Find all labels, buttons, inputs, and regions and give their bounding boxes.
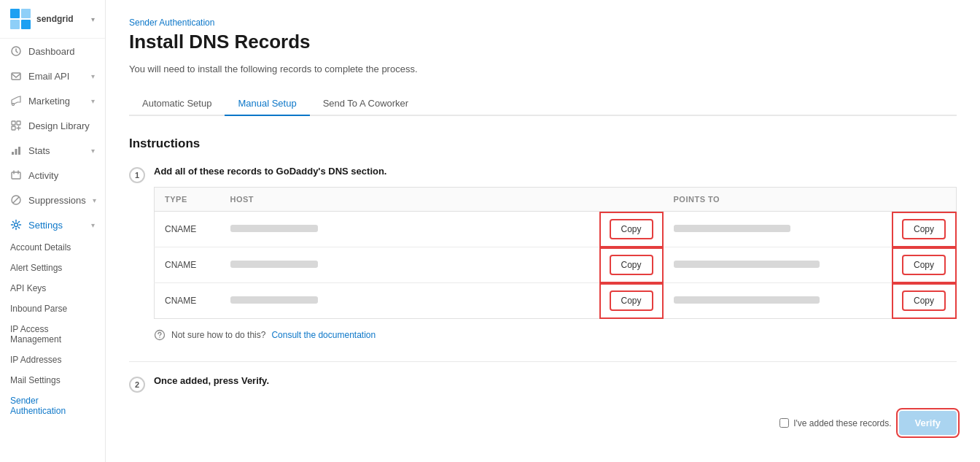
account-details-label: Account Details: [10, 242, 71, 253]
sidebar-item-email-api[interactable]: Email API ▾: [0, 63, 105, 88]
step-2-content: Once added, press Verify.: [154, 375, 957, 396]
svg-point-20: [159, 336, 160, 338]
activity-icon: [10, 169, 22, 181]
sidebar-subitem-inbound-parse[interactable]: Inbound Parse: [0, 299, 105, 319]
inbound-parse-label: Inbound Parse: [10, 304, 67, 314]
mail-settings-label: Mail Settings: [10, 375, 61, 385]
row1-host-value: [230, 225, 318, 232]
sidebar-subitem-mail-settings[interactable]: Mail Settings: [0, 370, 105, 390]
row2-copy-host-cell: Copy: [599, 247, 664, 283]
sidebar-subitem-ip-addresses[interactable]: IP Addresses: [0, 350, 105, 370]
row1-copy-points-cell: Copy: [892, 212, 957, 247]
verify-button[interactable]: Verify: [899, 411, 957, 435]
row2-points: [664, 247, 892, 283]
help-row: Not sure how to do this? Consult the doc…: [154, 319, 957, 344]
th-host: HOST: [220, 188, 599, 212]
design-library-icon: [10, 120, 22, 131]
sidebar-item-dashboard[interactable]: Dashboard: [0, 39, 105, 63]
instructions-title: Instructions: [129, 136, 957, 151]
activity-label: Activity: [28, 170, 58, 181]
marketing-label: Marketing: [28, 96, 70, 107]
alert-settings-label: Alert Settings: [10, 263, 62, 273]
svg-rect-9: [12, 126, 15, 130]
sidebar-subitem-sender-auth[interactable]: Sender Authentication: [0, 390, 105, 421]
sidebar-subitem-account-details[interactable]: Account Details: [0, 237, 105, 258]
step-1-label: Add all of these records to GoDaddy's DN…: [154, 166, 957, 177]
svg-rect-3: [21, 20, 31, 29]
main-content: Sender Authentication Install DNS Record…: [106, 0, 980, 462]
row1-points: [664, 212, 892, 247]
svg-rect-11: [15, 149, 18, 155]
row3-copy-host-button[interactable]: Copy: [610, 290, 653, 311]
sidebar-item-suppressions[interactable]: Suppressions ▾: [0, 188, 105, 212]
sidebar-item-settings[interactable]: Settings ▾: [0, 212, 105, 237]
sidebar-item-activity[interactable]: Activity: [0, 163, 105, 188]
verify-checkbox-text: I've added these records.: [793, 418, 891, 428]
verify-checkbox-label[interactable]: I've added these records.: [779, 418, 891, 428]
stats-label: Stats: [28, 145, 50, 156]
row1-copy-host-cell: Copy: [599, 212, 664, 247]
verify-checkbox[interactable]: [779, 418, 789, 428]
step-2-number: 2: [129, 377, 145, 393]
svg-point-18: [15, 223, 18, 227]
row2-host: [220, 247, 599, 283]
suppressions-icon: [10, 194, 22, 206]
row3-points-value: [674, 296, 820, 304]
sender-auth-label: Sender Authentication: [10, 396, 95, 416]
svg-rect-12: [18, 147, 20, 155]
help-link[interactable]: Consult the documentation: [271, 330, 376, 340]
settings-label: Settings: [28, 220, 63, 231]
design-library-label: Design Library: [28, 120, 90, 131]
logo-text: sendgrid: [36, 14, 74, 24]
logo-icon: [10, 9, 31, 29]
tab-manual-setup[interactable]: Manual Setup: [225, 92, 309, 116]
ip-addresses-label: IP Addresses: [10, 355, 62, 365]
tab-send-coworker[interactable]: Send To A Coworker: [310, 92, 422, 116]
row1-points-value: [674, 225, 790, 232]
step-1-number: 1: [129, 167, 145, 183]
suppressions-label: Suppressions: [28, 195, 86, 206]
step-2: 2 Once added, press Verify.: [129, 375, 957, 396]
marketing-chevron: ▾: [91, 97, 95, 105]
row2-copy-points-button[interactable]: Copy: [902, 255, 946, 275]
row1-copy-points-button[interactable]: Copy: [902, 219, 946, 239]
tab-automatic-setup[interactable]: Automatic Setup: [129, 92, 225, 116]
stats-chevron: ▾: [91, 147, 95, 155]
breadcrumb: Sender Authentication: [129, 18, 957, 28]
th-host-copy-placeholder: [599, 188, 664, 212]
row2-copy-points-cell: Copy: [892, 247, 957, 283]
table-row: CNAME Copy Copy: [155, 283, 957, 319]
row3-type: CNAME: [155, 283, 220, 319]
row2-points-value: [674, 261, 820, 268]
suppressions-chevron: ▾: [93, 196, 96, 204]
sidebar-item-marketing[interactable]: Marketing ▾: [0, 88, 105, 113]
row3-copy-points-cell: Copy: [892, 283, 957, 319]
row3-copy-points-button[interactable]: Copy: [902, 290, 946, 311]
svg-rect-0: [10, 9, 20, 18]
row3-host: [220, 283, 599, 319]
ip-access-management-label: IP Access Management: [10, 324, 95, 344]
sidebar-item-stats[interactable]: Stats ▾: [0, 138, 105, 163]
help-text: Not sure how to do this?: [171, 330, 265, 340]
sidebar-item-design-library[interactable]: Design Library: [0, 113, 105, 138]
svg-rect-7: [12, 121, 15, 125]
sidebar-subitem-api-keys[interactable]: API Keys: [0, 278, 105, 299]
step-1-content: Add all of these records to GoDaddy's DN…: [154, 166, 957, 344]
row2-copy-host-button[interactable]: Copy: [610, 255, 653, 275]
svg-rect-2: [10, 20, 20, 29]
sidebar-logo[interactable]: sendgrid ▾: [0, 0, 105, 39]
sidebar: sendgrid ▾ Dashboard Email API ▾ Marketi…: [0, 0, 106, 462]
help-icon: [154, 329, 166, 341]
sidebar-subitem-alert-settings[interactable]: Alert Settings: [0, 258, 105, 278]
svg-rect-10: [12, 152, 14, 155]
sidebar-subitem-ip-access-management[interactable]: IP Access Management: [0, 319, 105, 350]
tabs-bar: Automatic Setup Manual Setup Send To A C…: [129, 92, 957, 116]
row3-host-value: [230, 296, 318, 304]
dns-table: TYPE HOST POINTS TO CNAME: [154, 187, 957, 319]
th-type: TYPE: [155, 188, 220, 212]
email-api-chevron: ▾: [91, 72, 95, 80]
api-keys-label: API Keys: [10, 283, 46, 293]
page-title: Install DNS Records: [129, 31, 957, 53]
svg-rect-8: [17, 121, 20, 125]
row1-copy-host-button[interactable]: Copy: [610, 219, 653, 239]
